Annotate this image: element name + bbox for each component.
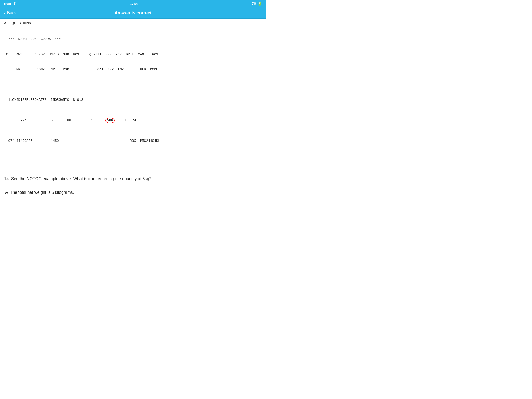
status-right: 7% 🔋 [252, 2, 262, 6]
all-questions-label: ALL QUESTIONS [4, 21, 262, 25]
battery-icon: 🔋 [257, 2, 262, 6]
question-section: 14. See the NOTOC example above. What is… [0, 171, 266, 185]
notoc-section: ALL QUESTIONS *** DANGEROUS GOODS *** TO… [0, 19, 266, 171]
nav-bar: ‹ Back Answer is correct [0, 7, 266, 19]
content-area: ALL QUESTIONS *** DANGEROUS GOODS *** TO… [0, 19, 266, 200]
dotted-line: ........................................… [4, 154, 262, 159]
answer-text: The total net weight is 5 kilograms. [10, 190, 74, 195]
notoc-line7: 074-44499836 1450 ROX PMC24404KL [4, 138, 262, 144]
answers-section: AThe total net weight is 5 kilograms.BTh… [0, 185, 266, 200]
back-label: Back [7, 10, 17, 16]
notoc-line5: 1.OXIDIZER#BROMATES INORGANIC N.O.S. [4, 97, 262, 103]
question-number: 14. See the NOTOC example above. What is… [4, 177, 151, 181]
notoc-rest: II 5L [115, 118, 137, 122]
back-button[interactable]: ‹ Back [4, 10, 17, 16]
notoc-line4: ----------------------------------------… [4, 82, 262, 88]
status-bar: iPad 17:08 7% 🔋 [0, 0, 266, 7]
notoc-line3: NR COMP NR RSK CAT GRP IMP ULD CODE [4, 67, 262, 72]
wifi-icon [12, 2, 17, 6]
back-arrow-icon: ‹ [4, 10, 6, 16]
nav-title: Answer is correct [115, 10, 152, 16]
battery-percent: 7% [252, 2, 256, 5]
time-display: 17:08 [130, 2, 138, 6]
notoc-line2: TO AWB CL/DV UN/ID SUB PCS QTY/TI RRR PC… [4, 52, 262, 57]
notoc-line1: *** DANGEROUS GOODS *** [4, 37, 262, 42]
notoc-fra: FRA 5 UN 5 [20, 118, 105, 122]
status-left: iPad [4, 2, 17, 6]
notoc-table: *** DANGEROUS GOODS *** TO AWB CL/DV UN/… [4, 26, 262, 169]
answer-letter: A [5, 190, 8, 195]
answer-item-a[interactable]: AThe total net weight is 5 kilograms. [0, 185, 266, 200]
qty-highlight: 5KG [105, 118, 115, 123]
device-label: iPad [4, 2, 11, 6]
notoc-line6: FRA 5 UN 5 5KG II 5L [4, 113, 262, 129]
